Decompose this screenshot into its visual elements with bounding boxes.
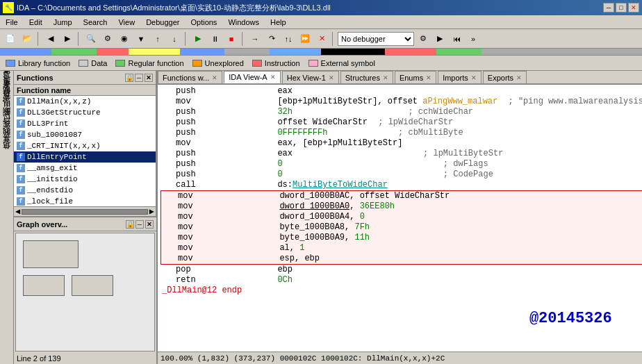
menu-edit[interactable]: Edit bbox=[26, 17, 45, 28]
fln-prac[interactable]: 实践 bbox=[0, 132, 13, 138]
minimize-button[interactable]: ─ bbox=[603, 3, 614, 13]
func-item-dll3print[interactable]: f DLL3Print bbox=[14, 118, 156, 129]
tab-structures-close[interactable]: ✕ bbox=[383, 74, 388, 81]
mnem-push4: push bbox=[176, 128, 217, 138]
menu-view[interactable]: View bbox=[115, 17, 138, 28]
fln-search[interactable]: 搜索 bbox=[0, 104, 13, 110]
fln-back[interactable]: 后退 bbox=[0, 83, 13, 89]
toolbar-new-btn[interactable]: 📄 bbox=[3, 31, 18, 47]
menu-debugger[interactable]: Debugger bbox=[143, 17, 182, 28]
fln-save[interactable]: 以电 bbox=[0, 111, 13, 117]
toolbar-run-btn[interactable]: ⏩ bbox=[297, 31, 313, 47]
hscroll-thumb[interactable] bbox=[22, 209, 148, 215]
toolbar-btn5[interactable]: ◉ bbox=[117, 31, 132, 47]
tab-imports[interactable]: Imports ✕ bbox=[438, 71, 481, 83]
op-mov4: dword_1000B0A0, 36EE80h bbox=[220, 201, 395, 212]
tab-ida-view-close[interactable]: ✕ bbox=[270, 74, 276, 81]
tab-enums-close[interactable]: ✕ bbox=[426, 74, 431, 81]
func-item-dll3get[interactable]: f DLL3GetStructure bbox=[14, 107, 156, 118]
toolbar-btn4[interactable]: ⚙ bbox=[100, 31, 115, 47]
toolbar-fwd-btn[interactable]: ▶ bbox=[60, 31, 75, 47]
fln-my[interactable]: 我的 bbox=[0, 139, 13, 144]
op-mov9: esp, ebp bbox=[220, 254, 320, 264]
func-item-sub[interactable]: f sub_10001087 bbox=[14, 129, 156, 140]
toolbar-dbg-go-btn[interactable]: ▶ bbox=[432, 31, 447, 47]
fln-loc[interactable]: 已位 bbox=[0, 125, 13, 131]
fln-info[interactable]: 信息 bbox=[0, 153, 13, 158]
func-item-amsg[interactable]: f __amsg_exit bbox=[14, 163, 156, 174]
legend-regular: Regular function bbox=[115, 59, 183, 67]
func-item-lockfile[interactable]: f _lock_file bbox=[14, 196, 156, 206]
close-button[interactable]: ✕ bbox=[628, 3, 639, 13]
func-item-dllentry[interactable]: f DllEntryPoint bbox=[14, 151, 156, 163]
graph-panel-min[interactable]: ─ bbox=[135, 220, 144, 229]
hscroll-right[interactable]: ▶ bbox=[149, 206, 154, 217]
tab-hex-view-label: Hex View-1 bbox=[287, 74, 326, 82]
code-view[interactable]: push eax mov [ebp+lpMultiByteStr], offse… bbox=[158, 85, 642, 351]
menu-options[interactable]: Options bbox=[188, 17, 220, 28]
fln-delete[interactable]: 删除 bbox=[0, 118, 13, 124]
func-icon-f10: f bbox=[17, 197, 25, 206]
toolbar-stop-btn[interactable]: ■ bbox=[224, 31, 239, 47]
func-item-initstdio[interactable]: f __initstdio bbox=[14, 174, 156, 185]
graph-panel-lock[interactable]: 🔒 bbox=[126, 220, 134, 229]
func-item-endstdio[interactable]: f __endstdio bbox=[14, 185, 156, 196]
toolbar-over-btn[interactable]: ↷ bbox=[264, 31, 279, 47]
tab-functions[interactable]: Functions w... ✕ bbox=[158, 71, 222, 83]
func-hscroll[interactable]: ◀ ▶ bbox=[14, 206, 156, 216]
tab-enums[interactable]: Enums ✕ bbox=[395, 71, 436, 83]
menu-windows[interactable]: Windows bbox=[225, 17, 262, 28]
functions-panel-min[interactable]: ─ bbox=[135, 74, 143, 82]
toolbar-dbg-bk-btn[interactable]: ⏮ bbox=[449, 31, 464, 47]
functions-panel-btns[interactable]: 🔒 ─ ✕ bbox=[125, 74, 153, 82]
toolbar-btn8[interactable]: ↓ bbox=[167, 31, 182, 47]
title-bar-left: 🔧 IDA – C:\Documents and Settings\Admini… bbox=[3, 2, 331, 13]
toolbar-btn3[interactable]: 🔍 bbox=[83, 31, 99, 47]
tab-functions-close[interactable]: ✕ bbox=[212, 74, 217, 81]
tab-exports[interactable]: Exports ✕ bbox=[483, 71, 527, 83]
tab-hex-view[interactable]: Hex View-1 ✕ bbox=[282, 71, 339, 83]
color-strip bbox=[0, 49, 642, 56]
toolbar-btn6[interactable]: ▼ bbox=[133, 31, 149, 47]
tab-imports-close[interactable]: ✕ bbox=[471, 74, 477, 81]
tab-structures[interactable]: Structures ✕ bbox=[340, 71, 393, 83]
toolbar-dbg-set-btn[interactable]: ⚙ bbox=[415, 31, 431, 47]
toolbar-step-btn[interactable]: → bbox=[247, 31, 263, 47]
hscroll-left[interactable]: ◀ bbox=[15, 206, 20, 217]
toolbar-play-btn[interactable]: ▶ bbox=[190, 31, 206, 47]
tab-exports-close[interactable]: ✕ bbox=[516, 74, 522, 81]
tab-hex-view-close[interactable]: ✕ bbox=[329, 74, 334, 81]
menu-help[interactable]: Help bbox=[268, 17, 289, 28]
fln-rename[interactable]: 重命名这( bbox=[0, 74, 13, 82]
func-item-dllmain[interactable]: f DllMain(x,x,z) bbox=[14, 96, 156, 107]
op-0dw: 0 bbox=[217, 159, 283, 169]
toolbar-no-dbg-btn[interactable]: ✕ bbox=[314, 31, 329, 47]
legend-instruction: Instruction bbox=[252, 59, 300, 67]
menu-file[interactable]: File bbox=[3, 17, 21, 28]
toolbar-dbg-more-btn[interactable]: » bbox=[466, 31, 481, 47]
fln-rename2[interactable]: 重命名 bbox=[0, 90, 13, 96]
fln-copy[interactable]: 已复制 bbox=[0, 97, 13, 103]
mnem-call: call bbox=[176, 180, 217, 190]
debugger-select[interactable]: No debugger bbox=[338, 32, 414, 46]
toolbar-btn7[interactable]: ↑ bbox=[150, 31, 165, 47]
toolbar-back-btn[interactable]: ◀ bbox=[43, 31, 58, 47]
graph-panel-btns[interactable]: 🔒 ─ ✕ bbox=[126, 220, 154, 229]
func-item-crtinit[interactable]: f _CRT_INIT(x,x,x) bbox=[14, 140, 156, 151]
maximize-button[interactable]: □ bbox=[616, 3, 627, 13]
toolbar-out-btn[interactable]: ↑↓ bbox=[281, 31, 296, 47]
title-bar-buttons[interactable]: ─ □ ✕ bbox=[603, 3, 639, 13]
functions-panel-lock[interactable]: 🔒 bbox=[125, 74, 133, 82]
legend-regular-label: Regular function bbox=[128, 59, 183, 67]
toolbar-pause-btn[interactable]: ⏸ bbox=[207, 31, 222, 47]
menu-jump[interactable]: Jump bbox=[51, 17, 75, 28]
toolbar-open-btn[interactable]: 📂 bbox=[19, 31, 35, 47]
menu-search[interactable]: Search bbox=[81, 17, 110, 28]
tab-ida-view[interactable]: IDA View-A ✕ bbox=[224, 71, 280, 83]
graph-panel-close[interactable]: ✕ bbox=[145, 220, 154, 229]
highlighted-block: mov dword_1000B0AC, offset WideCharStr m… bbox=[160, 190, 642, 265]
op-mov7: byte_1000B0A9, 11h bbox=[220, 233, 370, 243]
func-list[interactable]: f DllMain(x,x,z) f DLL3GetStructure f DL… bbox=[14, 96, 156, 206]
fln-share[interactable]: 共享 bbox=[0, 146, 13, 151]
functions-panel-close[interactable]: ✕ bbox=[145, 74, 153, 82]
